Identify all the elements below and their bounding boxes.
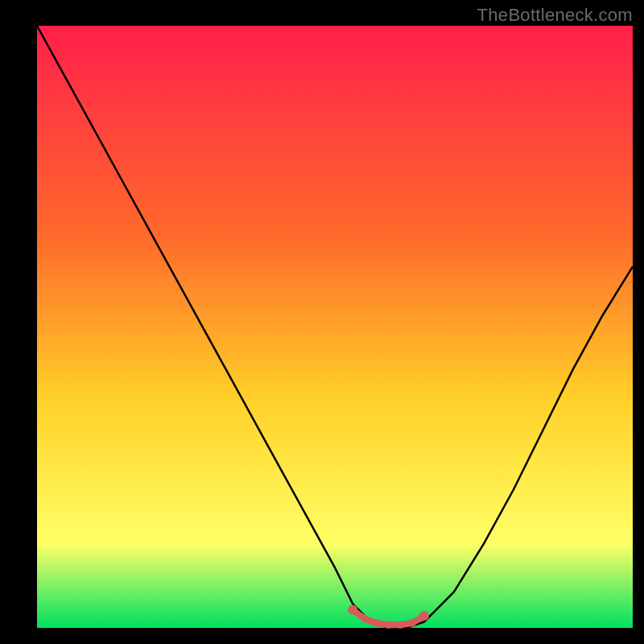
minimum-marker <box>385 621 392 629</box>
minimum-marker <box>361 615 369 622</box>
chart-canvas <box>0 0 644 644</box>
plot-background <box>37 26 633 628</box>
minimum-marker <box>419 611 429 621</box>
chart-frame: TheBottleneck.com <box>0 0 644 644</box>
minimum-marker <box>397 621 404 629</box>
watermark-text: TheBottleneck.com <box>477 5 633 26</box>
minimum-marker <box>348 605 357 615</box>
minimum-marker <box>373 620 380 627</box>
minimum-marker <box>409 620 416 627</box>
